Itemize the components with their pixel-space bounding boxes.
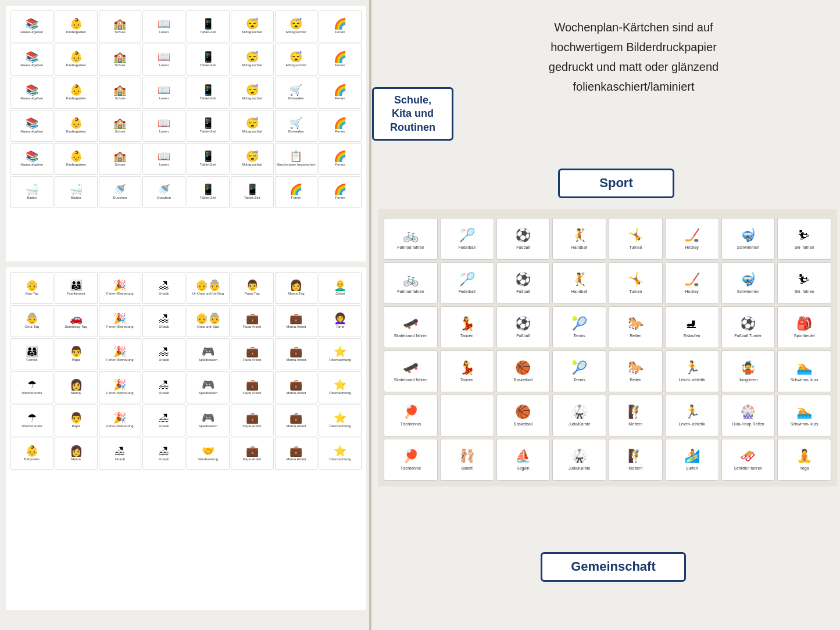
sport-card-label: Schwimm- kurs (791, 421, 818, 427)
sport-card-item: ⚽Fußball (496, 306, 551, 348)
sport-icon: 🏃 (684, 360, 700, 375)
sport-icon: 🛹 (403, 316, 419, 331)
card-icon: 👶 (70, 118, 83, 128)
bottom-card-item: 💼Mama Arbeit (275, 305, 318, 337)
card-icon: 👴👵 (195, 280, 221, 291)
top-card-item: 😴Mittagsschlaf (231, 77, 274, 109)
card-icon: 🏖 (159, 313, 169, 324)
card-label: Lesen (159, 96, 169, 101)
sport-card-label: Fußball (516, 245, 530, 250)
bottom-card-item: ⭐Übernachtung (319, 371, 362, 403)
bottom-card-item: 🎮Spielbesuch (187, 338, 230, 370)
top-card-item: 📱Tablet-Zeit (187, 77, 230, 109)
card-icon: ⭐ (334, 380, 346, 390)
card-icon: 😴 (246, 19, 259, 29)
top-card-item: 🏫Schule (99, 77, 142, 109)
sport-icon: 🛹 (403, 360, 419, 375)
card-icon: 📱 (202, 52, 215, 62)
bottom-card-item: 👨Papa (55, 405, 98, 436)
card-label: Opa-Tag (25, 292, 38, 296)
sport-card-label: Hockey (685, 245, 698, 250)
card-label: Lesen (159, 163, 169, 167)
card-label: Mittagsschlaf (242, 63, 262, 67)
card-label: Papa Arbeit (243, 457, 261, 461)
bottom-card-item: ☂Wochenende (10, 405, 53, 436)
top-card-item: 🏫Schule (99, 110, 142, 142)
card-label: Wochenende (22, 424, 42, 428)
card-icon: 💼 (246, 413, 259, 423)
card-icon: 🚿 (158, 184, 170, 195)
card-icon: 👨‍👩‍👧 (26, 346, 38, 357)
bottom-card-item: 💼Mama Arbeit (275, 338, 318, 370)
card-icon: 👩‍🦱 (334, 313, 346, 324)
sport-icon: 💃 (459, 316, 475, 331)
card-label: Ferien (335, 30, 345, 34)
card-icon: 🏖 (159, 413, 169, 423)
card-label: Lesen (159, 30, 169, 34)
sport-card-label: Klettern (628, 466, 642, 471)
card-icon: 👶 (70, 52, 83, 62)
sport-icon: 🐎 (628, 316, 644, 331)
sport-card-label: Tennis (574, 333, 585, 338)
sport-card-label: Schwimmen (737, 289, 759, 294)
card-label: Duschen (113, 196, 127, 200)
sport-card-item: 🏃Leicht- athletik (665, 350, 719, 392)
sport-card-label: Reiten (630, 377, 641, 382)
sport-label: Sport (571, 175, 661, 192)
sport-icon: 🏓 (403, 405, 419, 420)
card-label: Hausaufgaben (20, 130, 43, 134)
bottom-card-item: ⭐Übernachtung (319, 338, 362, 370)
card-label: Familie (26, 358, 37, 362)
card-icon: 💼 (246, 446, 259, 456)
card-label: Ferien-Betreuung (106, 358, 134, 362)
top-card-item: 👶Kindergarten (55, 143, 98, 175)
sport-icon: 🩰 (459, 449, 475, 464)
bottom-card-item: 💼Papa Arbeit (231, 305, 274, 337)
card-icon: 😴 (289, 19, 302, 29)
card-label: Mittagsschlaf (242, 130, 262, 134)
sport-card-item: 🏸Federball (440, 262, 494, 304)
sport-card-item: 🧗Klettern (609, 439, 663, 481)
card-icon: 📚 (26, 151, 38, 162)
sport-icon: ⚽ (515, 272, 531, 287)
sport-card-item: 🏸Federball (440, 218, 494, 260)
card-label: Onkel (335, 292, 345, 296)
sport-card-label: Basketball (514, 377, 532, 382)
card-label: Tablet-Zeit (200, 63, 216, 67)
card-icon: ⭐ (334, 346, 346, 357)
sport-icon: 🏓 (403, 449, 419, 464)
card-icon: 👴 (26, 280, 38, 291)
schule-label: Schule,Kita undRoutinen (385, 94, 440, 134)
sport-icon: 🏃 (684, 405, 700, 420)
sport-card-item: 🤸Turnen (609, 218, 663, 260)
sport-card-item: 🏀Basketball (496, 395, 551, 436)
sport-card-item: 🏊Schwimm- kurs (777, 350, 831, 392)
card-label: Baden (71, 196, 81, 200)
sport-card-item: 🚲Fahrrad fahren (384, 218, 438, 260)
card-label: Spielbesuch (199, 391, 218, 395)
sport-card-label: Fußball Turnier (734, 333, 762, 338)
sport-card-label: Tennis (574, 377, 585, 382)
sport-card-label: Judo/Karate (569, 466, 591, 471)
bottom-card-item: 💼Mama Arbeit (275, 438, 318, 470)
card-label: Mittagsschlaf (286, 30, 306, 34)
card-label: Urlaub (159, 292, 169, 296)
card-label: Lesen (159, 130, 169, 134)
card-icon: 🌈 (334, 184, 346, 195)
sport-icon: 🏸 (459, 272, 475, 287)
bottom-card-item: 🎉Ferien-Betreuung (99, 338, 142, 370)
top-card-item: 📱Tablet-Zeit (187, 110, 230, 142)
sport-icon: ⚽ (740, 316, 756, 331)
card-label: Einkaufen (288, 96, 304, 101)
card-label: Mittagsschlaf (242, 96, 262, 101)
top-card-item: 📖Lesen (142, 10, 185, 42)
card-label: Ur-Oma und Ur-Opa (192, 292, 224, 296)
description-text: Wochenplan-Kärtchen sind auf hochwertige… (436, 17, 831, 96)
card-icon: 📖 (158, 118, 170, 128)
card-icon: 📖 (158, 19, 170, 29)
top-card-item: 🛁Baden (55, 176, 98, 208)
sport-icon: 🤾 (571, 272, 587, 287)
sport-card-label: Leicht- athletik (679, 377, 705, 382)
sport-section: 🚲Fahrrad fahren🏸Federball⚽Fußball🤾Handba… (378, 209, 837, 486)
card-icon: 🛁 (70, 184, 83, 195)
